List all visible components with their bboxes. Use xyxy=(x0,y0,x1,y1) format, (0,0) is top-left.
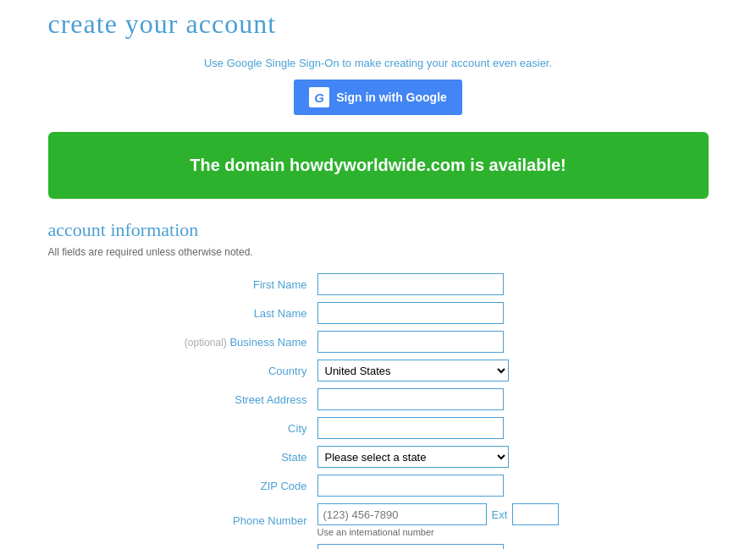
last-name-label: Last Name xyxy=(48,299,312,327)
last-name-row: Last Name xyxy=(48,299,709,327)
zip-label: ZIP Code xyxy=(48,471,312,500)
sso-section: Use Google Single Sign-On to make creati… xyxy=(48,57,709,115)
street-address-row: Street Address xyxy=(48,385,709,414)
account-information-section: account information All fields are requi… xyxy=(48,219,709,549)
country-select[interactable]: United States xyxy=(317,360,509,382)
account-form: First Name Last Name (optional) Business… xyxy=(48,270,709,549)
business-name-input[interactable] xyxy=(317,331,504,353)
domain-availability-banner: The domain howdyworldwide.com is availab… xyxy=(48,132,709,199)
page-title: create your account xyxy=(48,8,709,40)
intl-note: Use an international number xyxy=(317,525,704,537)
google-button-label: Sign in with Google xyxy=(336,91,447,104)
email-row: *Email Address *Your receipt will be sen… xyxy=(48,541,709,549)
city-row: City xyxy=(48,414,709,442)
state-label: State xyxy=(48,442,312,471)
first-name-row: First Name xyxy=(48,270,709,299)
country-label: Country xyxy=(48,356,312,385)
first-name-input[interactable] xyxy=(317,273,504,295)
city-label: City xyxy=(48,414,312,442)
city-input[interactable] xyxy=(317,417,504,439)
street-address-input[interactable] xyxy=(317,388,504,410)
ext-input[interactable] xyxy=(512,503,559,525)
sign-in-google-button[interactable]: G Sign in with Google xyxy=(294,80,462,115)
section-title: account information xyxy=(48,219,709,241)
ext-label: Ext xyxy=(492,508,508,521)
phone-label: Phone Number xyxy=(48,500,312,541)
last-name-input[interactable] xyxy=(317,302,504,324)
state-row: State Please select a state xyxy=(48,442,709,471)
street-address-label: Street Address xyxy=(48,385,312,414)
business-name-row: (optional) Business Name xyxy=(48,327,709,356)
email-input[interactable] xyxy=(317,544,504,549)
zip-row: ZIP Code xyxy=(48,471,709,500)
google-logo-icon: G xyxy=(309,87,329,107)
phone-input[interactable] xyxy=(317,503,487,525)
first-name-label: First Name xyxy=(48,270,312,299)
sso-text: Use Google Single Sign-On to make creati… xyxy=(48,57,709,69)
business-name-label: Business Name xyxy=(229,336,306,349)
required-note: All fields are required unless otherwise… xyxy=(48,246,709,258)
state-select[interactable]: Please select a state xyxy=(317,446,509,468)
business-name-optional: (optional) xyxy=(185,337,227,349)
country-row: Country United States xyxy=(48,356,709,385)
phone-row: Phone Number Ext Use an international nu… xyxy=(48,500,709,541)
zip-input[interactable] xyxy=(317,475,504,497)
